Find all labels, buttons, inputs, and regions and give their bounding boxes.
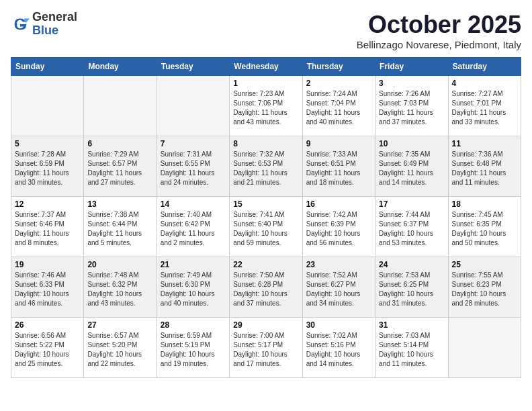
calendar-cell: 12Sunrise: 7:37 AM Sunset: 6:46 PM Dayli…	[11, 197, 84, 257]
calendar-cell: 16Sunrise: 7:42 AM Sunset: 6:39 PM Dayli…	[302, 197, 375, 257]
calendar-week-row: 5Sunrise: 7:28 AM Sunset: 6:59 PM Daylig…	[11, 136, 521, 197]
day-info: Sunrise: 7:31 AM Sunset: 6:55 PM Dayligh…	[161, 150, 226, 187]
logo-general: General	[32, 11, 77, 24]
day-info: Sunrise: 7:44 AM Sunset: 6:37 PM Dayligh…	[379, 210, 444, 248]
calendar: SundayMondayTuesdayWednesdayThursdayFrid…	[11, 57, 521, 378]
day-number: 5	[15, 139, 80, 148]
day-number: 13	[87, 199, 152, 209]
calendar-cell	[448, 318, 521, 378]
calendar-cell: 30Sunrise: 7:02 AM Sunset: 5:16 PM Dayli…	[302, 318, 375, 378]
weekday-header-monday: Monday	[84, 58, 157, 76]
day-info: Sunrise: 7:36 AM Sunset: 6:48 PM Dayligh…	[452, 150, 517, 187]
calendar-cell: 19Sunrise: 7:46 AM Sunset: 6:33 PM Dayli…	[11, 257, 84, 318]
day-info: Sunrise: 7:49 AM Sunset: 6:30 PM Dayligh…	[161, 271, 226, 308]
day-info: Sunrise: 7:46 AM Sunset: 6:33 PM Dayligh…	[15, 271, 80, 308]
calendar-cell: 8Sunrise: 7:32 AM Sunset: 6:53 PM Daylig…	[230, 136, 302, 197]
day-info: Sunrise: 7:26 AM Sunset: 7:03 PM Dayligh…	[379, 89, 444, 127]
calendar-cell	[11, 76, 84, 136]
weekday-header-sunday: Sunday	[11, 58, 84, 76]
weekday-header-friday: Friday	[375, 58, 448, 76]
calendar-cell: 31Sunrise: 7:03 AM Sunset: 5:14 PM Dayli…	[375, 318, 448, 378]
day-info: Sunrise: 7:35 AM Sunset: 6:49 PM Dayligh…	[379, 150, 444, 187]
month-title: October 2025	[357, 11, 521, 39]
day-number: 11	[452, 139, 517, 148]
day-number: 28	[161, 320, 226, 330]
day-info: Sunrise: 7:37 AM Sunset: 6:46 PM Dayligh…	[15, 210, 80, 248]
day-number: 27	[87, 320, 152, 330]
day-number: 23	[306, 260, 371, 269]
calendar-cell: 5Sunrise: 7:28 AM Sunset: 6:59 PM Daylig…	[11, 136, 84, 197]
day-number: 1	[233, 79, 298, 88]
weekday-header-tuesday: Tuesday	[157, 58, 229, 76]
day-info: Sunrise: 7:24 AM Sunset: 7:04 PM Dayligh…	[306, 89, 371, 127]
location: Bellinzago Novarese, Piedmont, Italy	[357, 39, 521, 50]
calendar-cell: 29Sunrise: 7:00 AM Sunset: 5:17 PM Dayli…	[230, 318, 302, 378]
day-number: 17	[379, 199, 444, 209]
calendar-week-row: 1Sunrise: 7:23 AM Sunset: 7:06 PM Daylig…	[11, 76, 521, 136]
day-number: 3	[379, 79, 444, 88]
weekday-header-wednesday: Wednesday	[230, 58, 302, 76]
day-info: Sunrise: 7:28 AM Sunset: 6:59 PM Dayligh…	[15, 150, 80, 187]
day-info: Sunrise: 7:42 AM Sunset: 6:39 PM Dayligh…	[306, 210, 371, 248]
day-number: 12	[15, 199, 80, 209]
day-number: 9	[306, 139, 371, 148]
calendar-cell: 9Sunrise: 7:33 AM Sunset: 6:51 PM Daylig…	[302, 136, 375, 197]
calendar-cell	[84, 76, 157, 136]
day-info: Sunrise: 6:57 AM Sunset: 5:20 PM Dayligh…	[87, 331, 152, 369]
calendar-cell: 6Sunrise: 7:29 AM Sunset: 6:57 PM Daylig…	[84, 136, 157, 197]
calendar-cell: 26Sunrise: 6:56 AM Sunset: 5:22 PM Dayli…	[11, 318, 84, 378]
day-number: 21	[161, 260, 226, 269]
calendar-cell: 25Sunrise: 7:55 AM Sunset: 6:23 PM Dayli…	[448, 257, 521, 318]
calendar-cell: 13Sunrise: 7:38 AM Sunset: 6:44 PM Dayli…	[84, 197, 157, 257]
day-info: Sunrise: 7:23 AM Sunset: 7:06 PM Dayligh…	[233, 89, 298, 127]
day-number: 10	[379, 139, 444, 148]
calendar-cell	[157, 76, 229, 136]
day-number: 26	[15, 320, 80, 330]
day-info: Sunrise: 7:00 AM Sunset: 5:17 PM Dayligh…	[233, 331, 298, 369]
calendar-cell: 20Sunrise: 7:48 AM Sunset: 6:32 PM Dayli…	[84, 257, 157, 318]
calendar-cell: 23Sunrise: 7:52 AM Sunset: 6:27 PM Dayli…	[302, 257, 375, 318]
day-number: 8	[233, 139, 298, 148]
day-number: 6	[87, 139, 152, 148]
calendar-cell: 15Sunrise: 7:41 AM Sunset: 6:40 PM Dayli…	[230, 197, 302, 257]
day-info: Sunrise: 7:50 AM Sunset: 6:28 PM Dayligh…	[233, 271, 298, 308]
calendar-week-row: 26Sunrise: 6:56 AM Sunset: 5:22 PM Dayli…	[11, 318, 521, 378]
day-info: Sunrise: 7:29 AM Sunset: 6:57 PM Dayligh…	[87, 150, 152, 187]
day-number: 22	[233, 260, 298, 269]
day-number: 24	[379, 260, 444, 269]
day-info: Sunrise: 7:33 AM Sunset: 6:51 PM Dayligh…	[306, 150, 371, 187]
calendar-cell: 7Sunrise: 7:31 AM Sunset: 6:55 PM Daylig…	[157, 136, 229, 197]
calendar-cell: 14Sunrise: 7:40 AM Sunset: 6:42 PM Dayli…	[157, 197, 229, 257]
calendar-cell: 10Sunrise: 7:35 AM Sunset: 6:49 PM Dayli…	[375, 136, 448, 197]
day-number: 4	[452, 79, 517, 88]
day-info: Sunrise: 7:32 AM Sunset: 6:53 PM Dayligh…	[233, 150, 298, 187]
day-number: 30	[306, 320, 371, 330]
day-info: Sunrise: 7:02 AM Sunset: 5:16 PM Dayligh…	[306, 331, 371, 369]
day-info: Sunrise: 7:40 AM Sunset: 6:42 PM Dayligh…	[161, 210, 226, 248]
day-number: 7	[161, 139, 226, 148]
calendar-week-row: 19Sunrise: 7:46 AM Sunset: 6:33 PM Dayli…	[11, 257, 521, 318]
day-info: Sunrise: 7:03 AM Sunset: 5:14 PM Dayligh…	[379, 331, 444, 369]
title-block: October 2025 Bellinzago Novarese, Piedmo…	[357, 11, 521, 50]
weekday-header-saturday: Saturday	[448, 58, 521, 76]
day-number: 25	[452, 260, 517, 269]
day-info: Sunrise: 6:59 AM Sunset: 5:19 PM Dayligh…	[161, 331, 226, 369]
weekday-header-thursday: Thursday	[302, 58, 375, 76]
logo: General Blue	[11, 11, 77, 38]
day-info: Sunrise: 7:53 AM Sunset: 6:25 PM Dayligh…	[379, 271, 444, 308]
calendar-cell: 3Sunrise: 7:26 AM Sunset: 7:03 PM Daylig…	[375, 76, 448, 136]
logo-blue: Blue	[32, 24, 77, 38]
calendar-cell: 24Sunrise: 7:53 AM Sunset: 6:25 PM Dayli…	[375, 257, 448, 318]
calendar-cell: 4Sunrise: 7:27 AM Sunset: 7:01 PM Daylig…	[448, 76, 521, 136]
weekday-header-row: SundayMondayTuesdayWednesdayThursdayFrid…	[11, 58, 521, 76]
day-number: 15	[233, 199, 298, 209]
day-info: Sunrise: 7:48 AM Sunset: 6:32 PM Dayligh…	[87, 271, 152, 308]
calendar-cell: 2Sunrise: 7:24 AM Sunset: 7:04 PM Daylig…	[302, 76, 375, 136]
page-header: General Blue October 2025 Bellinzago Nov…	[11, 11, 521, 50]
day-info: Sunrise: 7:38 AM Sunset: 6:44 PM Dayligh…	[87, 210, 152, 248]
calendar-cell: 17Sunrise: 7:44 AM Sunset: 6:37 PM Dayli…	[375, 197, 448, 257]
day-number: 16	[306, 199, 371, 209]
calendar-cell: 27Sunrise: 6:57 AM Sunset: 5:20 PM Dayli…	[84, 318, 157, 378]
calendar-cell: 18Sunrise: 7:45 AM Sunset: 6:35 PM Dayli…	[448, 197, 521, 257]
day-info: Sunrise: 7:55 AM Sunset: 6:23 PM Dayligh…	[452, 271, 517, 308]
